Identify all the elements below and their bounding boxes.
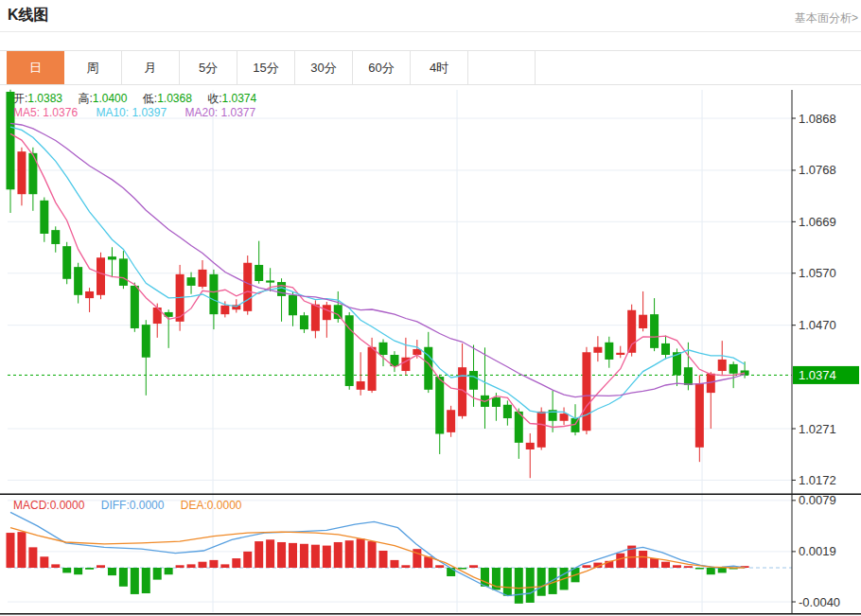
svg-text:1.0172: 1.0172 — [799, 473, 836, 487]
svg-text:1.0669: 1.0669 — [799, 215, 836, 229]
current-price-badge: 1.0374 — [793, 366, 859, 384]
svg-text:0.0079: 0.0079 — [799, 493, 836, 507]
kline-page: { "header": { "title": "K线图", "link": "基… — [0, 0, 861, 616]
tab-month[interactable]: 月 — [122, 51, 180, 84]
tab-day[interactable]: 日 — [7, 51, 64, 84]
period-tabs: 日 周 月 5分 15分 30分 60分 4时 — [7, 51, 536, 84]
tab-60min[interactable]: 60分 — [353, 51, 411, 84]
svg-text:-0.0040: -0.0040 — [799, 595, 840, 609]
tab-15min[interactable]: 15分 — [237, 51, 295, 84]
tab-30min[interactable]: 30分 — [295, 51, 353, 84]
svg-text:1.0374: 1.0374 — [799, 368, 836, 382]
header-divider — [0, 31, 861, 32]
svg-text:1.0570: 1.0570 — [799, 266, 836, 280]
tab-5min[interactable]: 5分 — [180, 51, 237, 84]
period-tabbar: 日 周 月 5分 15分 30分 60分 4时 — [0, 50, 861, 85]
svg-text:1.0868: 1.0868 — [799, 112, 836, 126]
axis-labels: 1.08681.07681.06691.05701.04701.02711.01… — [792, 112, 840, 609]
kline-chart[interactable]: 1.08681.07681.06691.05701.04701.02711.01… — [0, 88, 861, 616]
candles — [7, 90, 749, 478]
tab-week[interactable]: 周 — [64, 51, 122, 84]
tabbar-filler — [468, 51, 536, 84]
svg-text:1.0470: 1.0470 — [799, 318, 836, 332]
svg-text:1.0768: 1.0768 — [799, 163, 836, 177]
fundamental-analysis-link[interactable]: 基本面分析> — [795, 10, 858, 26]
page-title: K线图 — [8, 6, 49, 26]
svg-text:0.0019: 0.0019 — [799, 544, 836, 558]
panel-separator — [0, 494, 861, 496]
chart-bottom-border — [0, 613, 861, 615]
gridlines — [8, 90, 792, 612]
tab-4hour[interactable]: 4时 — [411, 51, 468, 84]
svg-text:1.0271: 1.0271 — [799, 422, 836, 436]
